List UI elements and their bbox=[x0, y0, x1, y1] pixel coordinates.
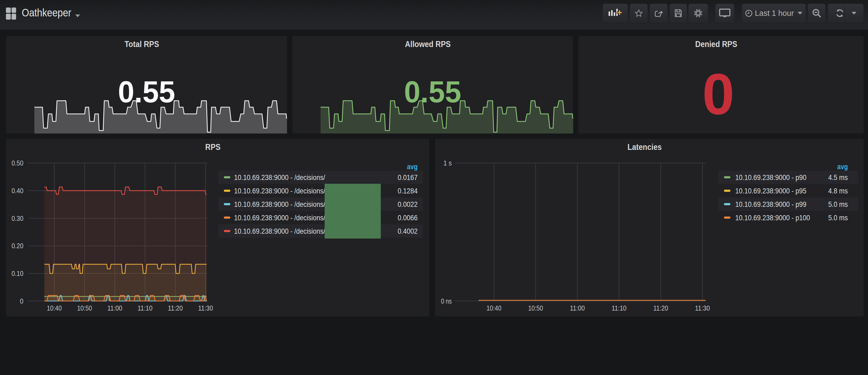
svg-text:11:30: 11:30 bbox=[695, 304, 710, 312]
svg-text:0.50: 0.50 bbox=[11, 159, 23, 167]
svg-text:11:00: 11:00 bbox=[107, 304, 122, 312]
svg-text:0.20: 0.20 bbox=[11, 242, 23, 250]
svg-text:0 ns: 0 ns bbox=[441, 297, 452, 305]
svg-text:10:40: 10:40 bbox=[487, 304, 501, 312]
svg-text:1 s: 1 s bbox=[443, 159, 452, 167]
svg-text:10:50: 10:50 bbox=[77, 304, 92, 312]
svg-text:10:40: 10:40 bbox=[47, 304, 62, 312]
svg-text:0.10: 0.10 bbox=[11, 270, 23, 278]
svg-text:11:20: 11:20 bbox=[653, 304, 668, 312]
svg-text:0: 0 bbox=[20, 297, 23, 305]
svg-text:10:50: 10:50 bbox=[528, 304, 543, 312]
svg-text:0.40: 0.40 bbox=[11, 187, 23, 195]
svg-text:0.30: 0.30 bbox=[11, 214, 23, 222]
svg-text:11:00: 11:00 bbox=[570, 304, 585, 312]
svg-text:11:30: 11:30 bbox=[198, 304, 213, 312]
svg-text:11:10: 11:10 bbox=[612, 304, 626, 312]
svg-text:11:10: 11:10 bbox=[137, 304, 152, 312]
svg-text:11:20: 11:20 bbox=[168, 304, 183, 312]
